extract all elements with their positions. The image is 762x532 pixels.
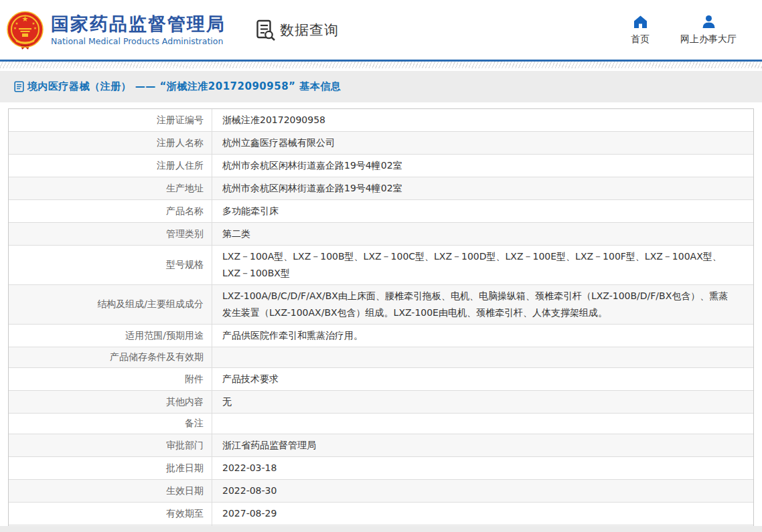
table-row: 型号规格LXZ－100A型、LXZ－100B型、LXZ－100C型、LXZ－10…	[9, 245, 753, 284]
nav-service-hall-label: 网上办事大厅	[680, 33, 737, 46]
table-row: 批准日期2022-03-18	[9, 456, 753, 479]
row-value: LXZ－100A型、LXZ－100B型、LXZ－100C型、LXZ－100D型、…	[212, 246, 753, 284]
site-subtitle: National Medical Products Administration	[51, 36, 226, 46]
row-value: 2022-03-18	[212, 457, 753, 479]
table-row: 注册人名称杭州立鑫医疗器械有限公司	[9, 131, 753, 154]
row-label: 注册人名称	[9, 132, 212, 154]
row-label: 注册人住所	[9, 155, 212, 177]
data-query-nav[interactable]: 数据查询	[256, 19, 339, 41]
row-value: 产品供医院作牵引和熏蒸治疗用。	[212, 325, 753, 347]
row-value: 2022-08-30	[212, 480, 753, 502]
table-row: 有效期至2027-08-29	[9, 502, 753, 525]
row-value: 第二类	[212, 223, 753, 245]
row-label: 注册证编号	[9, 109, 212, 131]
nav-service-hall[interactable]: 网上办事大厅	[680, 15, 737, 46]
table-row: 注册人住所杭州市余杭区闲林街道嘉企路19号4幢02室	[9, 154, 753, 177]
header-nav: 首页 网上办事大厅	[631, 15, 737, 46]
document-magnifier-icon	[256, 19, 276, 41]
row-value: 杭州市余杭区闲林街道嘉企路19号4幢02室	[212, 155, 753, 177]
svg-text:★: ★	[22, 15, 29, 23]
row-value: 产品技术要求	[212, 368, 753, 390]
national-emblem-logo[interactable]: ★ ★ ★ ★ ★	[6, 10, 44, 50]
home-icon	[633, 15, 647, 29]
row-value: 杭州市余杭区闲林街道嘉企路19号4幢02室	[212, 177, 753, 199]
row-label: 审批部门	[9, 434, 212, 456]
table-row: 其他内容无	[9, 390, 753, 413]
row-value	[212, 414, 753, 434]
row-value: 浙江省药品监督管理局	[212, 434, 753, 456]
row-label: 适用范围/预期用途	[9, 325, 212, 347]
row-label: 其他内容	[9, 391, 212, 413]
row-value: 杭州立鑫医疗器械有限公司	[212, 132, 753, 154]
row-value: 无	[212, 391, 753, 413]
svg-text:★: ★	[15, 21, 19, 25]
table-row: 附件产品技术要求	[9, 367, 753, 390]
row-label: 生效日期	[9, 480, 212, 502]
table-row: 结构及组成/主要组成成分LXZ-100A/B/C/D/F/AX/BX由上床面、腰…	[9, 284, 753, 324]
table-row: 产品名称多功能牵引床	[9, 199, 753, 222]
row-label: 批准日期	[9, 457, 212, 479]
table-row: 管理类别第二类	[9, 222, 753, 245]
table-row: 生效日期2022-08-30	[9, 479, 753, 502]
row-label: 管理类别	[9, 223, 212, 245]
row-value: 2027-08-29	[212, 503, 753, 525]
row-label: 有效期至	[9, 503, 212, 525]
table-row: 生产地址杭州市余杭区闲林街道嘉企路19号4幢02室	[9, 177, 753, 199]
page: ★ ★ ★ ★ ★ 国家药品监督管理局 National Medical Pro…	[0, 0, 762, 532]
table-row: 适用范围/预期用途产品供医院作牵引和熏蒸治疗用。	[9, 324, 753, 347]
site-title: 国家药品监督管理局	[51, 14, 226, 34]
row-label: 型号规格	[9, 246, 212, 284]
site-title-block: 国家药品监督管理局 National Medical Products Admi…	[51, 14, 226, 46]
footer-strip	[0, 526, 762, 532]
row-value: LXZ-100A/B/C/D/F/AX/BX由上床面、腰椎牵引拖板、电机、电脑操…	[212, 285, 753, 324]
row-value: 浙械注准20172090958	[212, 109, 753, 131]
svg-text:★: ★	[13, 26, 17, 30]
table-row: 注册证编号浙械注准20172090958	[9, 109, 753, 131]
row-label: 附件	[9, 368, 212, 390]
registration-info-table: 注册证编号浙械注准20172090958 注册人名称杭州立鑫医疗器械有限公司 注…	[8, 108, 754, 532]
table-row: 审批部门浙江省药品监督管理局	[9, 434, 753, 456]
user-icon	[702, 15, 716, 29]
svg-text:★: ★	[33, 26, 37, 30]
row-value: 多功能牵引床	[212, 200, 753, 222]
row-label: 产品储存条件及有效期	[9, 347, 212, 367]
svg-text:★: ★	[32, 21, 35, 25]
row-label: 生产地址	[9, 177, 212, 199]
row-label: 产品名称	[9, 200, 212, 222]
header: ★ ★ ★ ★ ★ 国家药品监督管理局 National Medical Pro…	[0, 0, 762, 60]
nav-home-label: 首页	[631, 33, 650, 46]
nav-home[interactable]: 首页	[631, 15, 650, 46]
page-title: 境内医疗器械（注册） —— “浙械注准20172090958” 基本信息	[27, 80, 341, 93]
row-label: 结构及组成/主要组成成分	[9, 285, 212, 324]
stripe-divider	[0, 60, 762, 68]
document-icon	[14, 81, 24, 92]
breadcrumb-bar: 境内医疗器械（注册） —— “浙械注准20172090958” 基本信息	[0, 71, 762, 102]
data-query-label: 数据查询	[280, 21, 339, 39]
row-value	[212, 347, 753, 367]
table-row: 产品储存条件及有效期	[9, 347, 753, 367]
row-label: 备注	[9, 414, 212, 434]
table-row: 备注	[9, 413, 753, 434]
